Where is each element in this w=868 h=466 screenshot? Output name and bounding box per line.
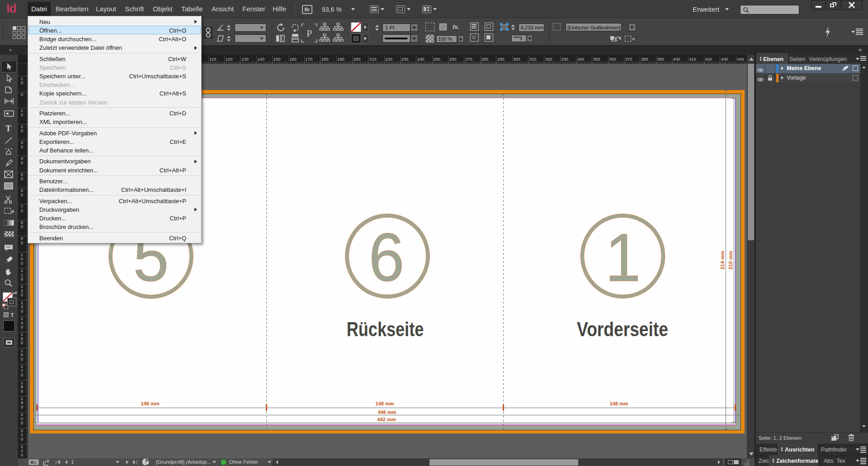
svg-text:!: !: [34, 461, 36, 465]
svg-text:P: P: [307, 28, 312, 39]
